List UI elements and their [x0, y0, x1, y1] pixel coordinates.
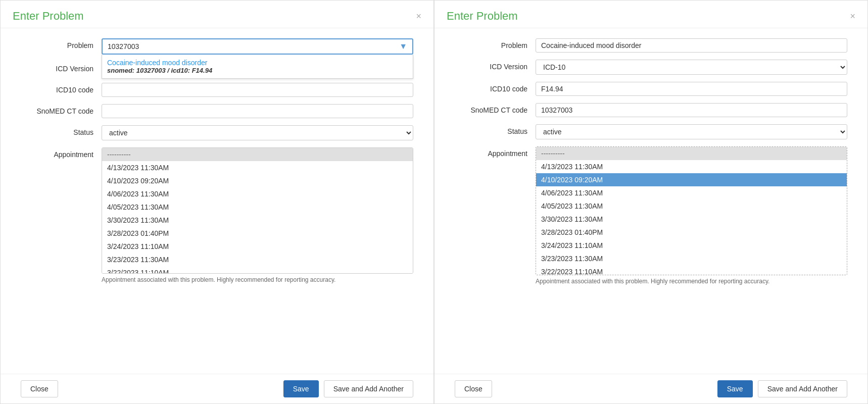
- close-x-button-left[interactable]: ×: [416, 12, 421, 21]
- status-control-left: active inactive resolved: [102, 125, 413, 140]
- save-button-left[interactable]: Save: [283, 380, 319, 397]
- dropdown-arrow-icon-left: ▼: [399, 42, 407, 51]
- dialog-body-left: Problem 10327003 ▼ Cocaine-induced mood …: [1, 28, 433, 374]
- icd10-code-control-right: [536, 82, 847, 96]
- appointment-label-right: Appointment: [455, 146, 536, 158]
- appt-item-5-left[interactable]: 3/28/2023 01:40PM: [102, 227, 413, 240]
- icd-version-label-right: ICD Version: [455, 60, 536, 71]
- appt-item-4-left[interactable]: 3/30/2023 11:30AM: [102, 214, 413, 227]
- appointment-hint-right: Appointment associated with this problem…: [536, 277, 847, 286]
- snomed-input-right[interactable]: [536, 103, 847, 117]
- appointment-row-right: Appointment ---------- 4/13/2023 11:30AM…: [455, 146, 847, 286]
- status-label-right: Status: [455, 124, 536, 135]
- appt-item-0-right[interactable]: 4/13/2023 11:30AM: [536, 160, 847, 173]
- appt-item-8-left[interactable]: 3/22/2023 11:10AM: [102, 266, 413, 274]
- icd10-code-label-right: ICD10 code: [455, 82, 536, 93]
- snomed-control-right: [536, 103, 847, 117]
- status-row-right: Status active inactive resolved: [455, 124, 847, 139]
- appointment-hint-left: Appointment associated with this problem…: [102, 276, 413, 284]
- appt-item-2-left[interactable]: 4/06/2023 11:30AM: [102, 187, 413, 200]
- dialog-title-right: Enter Problem: [447, 10, 518, 23]
- problem-row-right: Problem: [455, 38, 847, 53]
- problem-control-right: [536, 38, 847, 53]
- appt-item-5-right[interactable]: 3/28/2023 01:40PM: [536, 226, 847, 239]
- appointment-listbox-right[interactable]: ---------- 4/13/2023 11:30AM 4/10/2023 0…: [536, 146, 847, 275]
- icd10-code-control-left: [102, 83, 413, 97]
- save-button-right[interactable]: Save: [717, 380, 753, 397]
- appt-item-3-right[interactable]: 4/05/2023 11:30AM: [536, 199, 847, 213]
- status-select-left[interactable]: active inactive resolved: [102, 125, 413, 140]
- icd-version-control-right: ICD-10 ICD-9: [536, 60, 847, 75]
- dialog-footer-right: Close Save Save and Add Another: [435, 374, 867, 403]
- problem-label-left: Problem: [21, 38, 102, 49]
- appointment-listbox-left[interactable]: ---------- 4/13/2023 11:30AM 4/10/2023 0…: [102, 147, 413, 274]
- dialog-body-right: Problem ICD Version ICD-10 ICD-9 ICD10 c…: [435, 28, 867, 374]
- problem-input-value-left: 10327003: [108, 42, 139, 50]
- enter-problem-dialog-right: Enter Problem × Problem ICD Version ICD-…: [434, 0, 868, 404]
- save-add-button-left[interactable]: Save and Add Another: [324, 380, 413, 397]
- icd10-code-row-left: ICD10 code: [21, 83, 413, 97]
- icd10-code-input-right[interactable]: [536, 82, 847, 96]
- appt-item-6-right[interactable]: 3/24/2023 11:10AM: [536, 239, 847, 252]
- dialog-footer-left: Close Save Save and Add Another: [1, 374, 433, 403]
- status-control-right: active inactive resolved: [536, 124, 847, 139]
- appt-item-4-right[interactable]: 3/30/2023 11:30AM: [536, 213, 847, 226]
- icd10-code-row-right: ICD10 code: [455, 82, 847, 96]
- problem-label-right: Problem: [455, 38, 536, 49]
- appt-item-2-right[interactable]: 4/06/2023 11:30AM: [536, 186, 847, 199]
- dialog-header-left: Enter Problem ×: [1, 1, 433, 28]
- appointment-control-right: ---------- 4/13/2023 11:30AM 4/10/2023 0…: [536, 146, 847, 286]
- appt-item-1-left[interactable]: 4/10/2023 09:20AM: [102, 174, 413, 187]
- icd-version-select-right[interactable]: ICD-10 ICD-9: [536, 60, 847, 75]
- save-add-button-right[interactable]: Save and Add Another: [758, 380, 847, 397]
- autocomplete-item-title-left: Cocaine-induced mood disorder: [107, 59, 408, 67]
- snomed-row-left: SnoMED CT code: [21, 104, 413, 118]
- appt-item-3-left[interactable]: 4/05/2023 11:30AM: [102, 200, 413, 214]
- autocomplete-item-sub-left: snomed: 10327003 / icd10: F14.94: [107, 67, 408, 74]
- icd10-code-label-left: ICD10 code: [21, 83, 102, 94]
- appt-item-1-right[interactable]: 4/10/2023 09:20AM: [536, 173, 847, 186]
- icd-version-label-left: ICD Version: [21, 62, 102, 73]
- dialog-title-left: Enter Problem: [13, 10, 84, 23]
- enter-problem-dialog-left: Enter Problem × Problem 10327003 ▼ Cocai…: [0, 0, 434, 404]
- snomed-input-left[interactable]: [102, 104, 413, 118]
- appt-item-6-left[interactable]: 3/24/2023 11:10AM: [102, 240, 413, 253]
- appointment-control-left: ---------- 4/13/2023 11:30AM 4/10/2023 0…: [102, 147, 413, 284]
- snomed-control-left: [102, 104, 413, 118]
- problem-input-right[interactable]: [536, 38, 847, 53]
- appt-item-blank-right[interactable]: ----------: [536, 147, 847, 160]
- snomed-label-right: SnoMED CT code: [455, 103, 536, 114]
- appointment-label-left: Appointment: [21, 147, 102, 159]
- status-row-left: Status active inactive resolved: [21, 125, 413, 140]
- close-button-right[interactable]: Close: [455, 380, 492, 397]
- autocomplete-item-left[interactable]: Cocaine-induced mood disorder snomed: 10…: [102, 55, 413, 78]
- close-button-left[interactable]: Close: [21, 380, 58, 397]
- appt-item-7-right[interactable]: 3/23/2023 11:30AM: [536, 252, 847, 265]
- appt-item-blank-left[interactable]: ----------: [102, 148, 413, 161]
- snomed-row-right: SnoMED CT code: [455, 103, 847, 117]
- dialog-header-right: Enter Problem ×: [435, 1, 867, 28]
- snomed-label-left: SnoMED CT code: [21, 104, 102, 115]
- appointment-row-left: Appointment ---------- 4/13/2023 11:30AM…: [21, 147, 413, 284]
- appointment-list-left: ---------- 4/13/2023 11:30AM 4/10/2023 0…: [102, 148, 413, 274]
- icd-version-row-right: ICD Version ICD-10 ICD-9: [455, 60, 847, 75]
- problem-control-left: 10327003 ▼ Cocaine-induced mood disorder…: [102, 38, 413, 55]
- appt-item-8-right[interactable]: 3/22/2023 11:10AM: [536, 265, 847, 275]
- close-x-button-right[interactable]: ×: [850, 12, 855, 21]
- status-label-left: Status: [21, 125, 102, 136]
- icd10-code-input-left[interactable]: [102, 83, 413, 97]
- appointment-list-right: ---------- 4/13/2023 11:30AM 4/10/2023 0…: [536, 147, 847, 275]
- status-select-right[interactable]: active inactive resolved: [536, 124, 847, 139]
- appt-item-7-left[interactable]: 3/23/2023 11:30AM: [102, 253, 413, 266]
- appt-item-0-left[interactable]: 4/13/2023 11:30AM: [102, 161, 413, 174]
- problem-input-left[interactable]: 10327003 ▼: [102, 38, 413, 55]
- autocomplete-dropdown-left: Cocaine-induced mood disorder snomed: 10…: [102, 55, 413, 79]
- problem-row-left: Problem 10327003 ▼ Cocaine-induced mood …: [21, 38, 413, 55]
